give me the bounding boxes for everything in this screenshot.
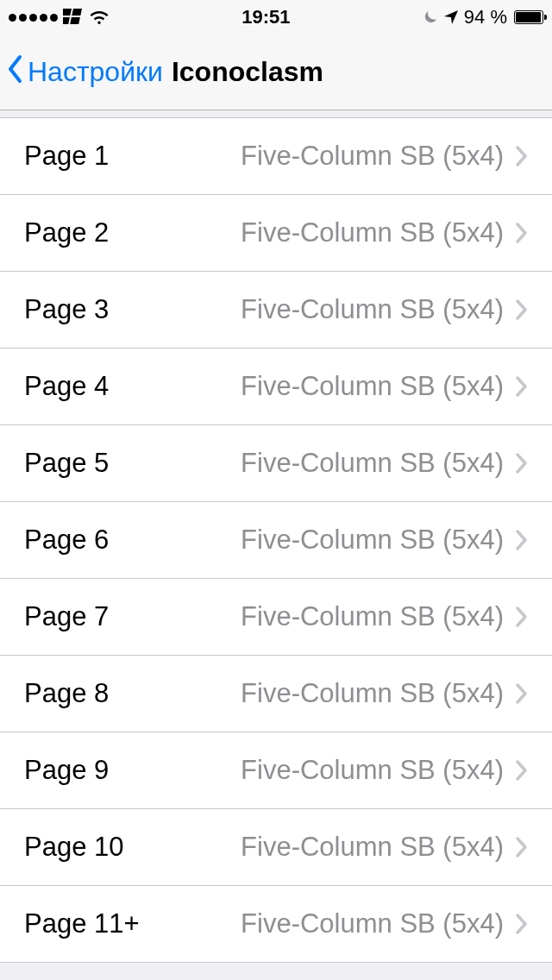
page-row-5[interactable]: Page 5 Five-Column SB (5x4) xyxy=(0,425,552,502)
row-detail: Five-Column SB (5x4) xyxy=(241,448,504,479)
row-detail: Five-Column SB (5x4) xyxy=(241,755,504,786)
page-row-1[interactable]: Page 1 Five-Column SB (5x4) xyxy=(0,118,552,195)
row-label: Page 5 xyxy=(24,448,241,479)
chevron-right-icon xyxy=(516,376,528,397)
page-row-10[interactable]: Page 10 Five-Column SB (5x4) xyxy=(0,809,552,886)
wifi-icon xyxy=(89,9,110,25)
back-button[interactable]: Настройки xyxy=(7,54,163,91)
row-label: Page 4 xyxy=(24,371,241,402)
row-label: Page 8 xyxy=(24,678,241,709)
status-right: 94 % xyxy=(423,6,543,28)
status-time: 19:51 xyxy=(242,6,290,28)
row-label: Page 2 xyxy=(24,217,241,248)
do-not-disturb-icon xyxy=(423,9,438,25)
chevron-right-icon xyxy=(516,683,528,704)
row-detail: Five-Column SB (5x4) xyxy=(241,908,504,939)
page-row-2[interactable]: Page 2 Five-Column SB (5x4) xyxy=(0,195,552,272)
chevron-right-icon xyxy=(516,146,528,166)
carrier-logo-icon xyxy=(63,9,84,26)
page-row-8[interactable]: Page 8 Five-Column SB (5x4) xyxy=(0,656,552,732)
row-label: Page 1 xyxy=(24,141,241,172)
svg-rect-1 xyxy=(72,9,82,16)
chevron-right-icon xyxy=(516,837,528,858)
signal-strength-icon xyxy=(9,14,58,22)
settings-list: Page 1 Five-Column SB (5x4) Page 2 Five-… xyxy=(0,117,552,963)
nav-bar: Настройки Iconoclasm xyxy=(0,35,552,110)
row-detail: Five-Column SB (5x4) xyxy=(241,832,504,863)
row-label: Page 6 xyxy=(24,525,241,556)
row-label: Page 7 xyxy=(24,601,241,632)
status-bar: 19:51 94 % xyxy=(0,0,552,35)
chevron-right-icon xyxy=(516,760,528,781)
chevron-right-icon xyxy=(516,606,528,627)
row-detail: Five-Column SB (5x4) xyxy=(241,217,504,248)
row-detail: Five-Column SB (5x4) xyxy=(241,371,504,402)
row-label: Page 3 xyxy=(24,294,241,325)
svg-rect-0 xyxy=(63,9,72,16)
svg-rect-2 xyxy=(63,17,70,24)
row-detail: Five-Column SB (5x4) xyxy=(241,601,504,632)
chevron-right-icon xyxy=(516,914,528,934)
location-icon xyxy=(443,9,459,25)
back-label: Настройки xyxy=(28,56,163,88)
row-detail: Five-Column SB (5x4) xyxy=(241,141,504,172)
chevron-right-icon xyxy=(516,299,528,320)
chevron-right-icon xyxy=(516,453,528,474)
page-row-6[interactable]: Page 6 Five-Column SB (5x4) xyxy=(0,502,552,579)
row-detail: Five-Column SB (5x4) xyxy=(241,294,504,325)
row-detail: Five-Column SB (5x4) xyxy=(241,525,504,556)
row-detail: Five-Column SB (5x4) xyxy=(241,678,504,709)
chevron-left-icon xyxy=(7,54,24,91)
page-row-4[interactable]: Page 4 Five-Column SB (5x4) xyxy=(0,349,552,425)
row-label: Page 9 xyxy=(24,755,241,786)
svg-rect-3 xyxy=(70,17,80,24)
status-left xyxy=(9,9,110,26)
battery-percent-label: 94 % xyxy=(464,6,507,28)
chevron-right-icon xyxy=(516,223,528,243)
battery-icon xyxy=(514,10,543,24)
page-row-7[interactable]: Page 7 Five-Column SB (5x4) xyxy=(0,579,552,656)
page-row-9[interactable]: Page 9 Five-Column SB (5x4) xyxy=(0,732,552,809)
page-row-11plus[interactable]: Page 11+ Five-Column SB (5x4) xyxy=(0,886,552,963)
page-row-3[interactable]: Page 3 Five-Column SB (5x4) xyxy=(0,272,552,349)
row-label: Page 10 xyxy=(24,832,241,863)
row-label: Page 11+ xyxy=(24,908,241,939)
page-title: Iconoclasm xyxy=(172,56,323,88)
chevron-right-icon xyxy=(516,530,528,550)
